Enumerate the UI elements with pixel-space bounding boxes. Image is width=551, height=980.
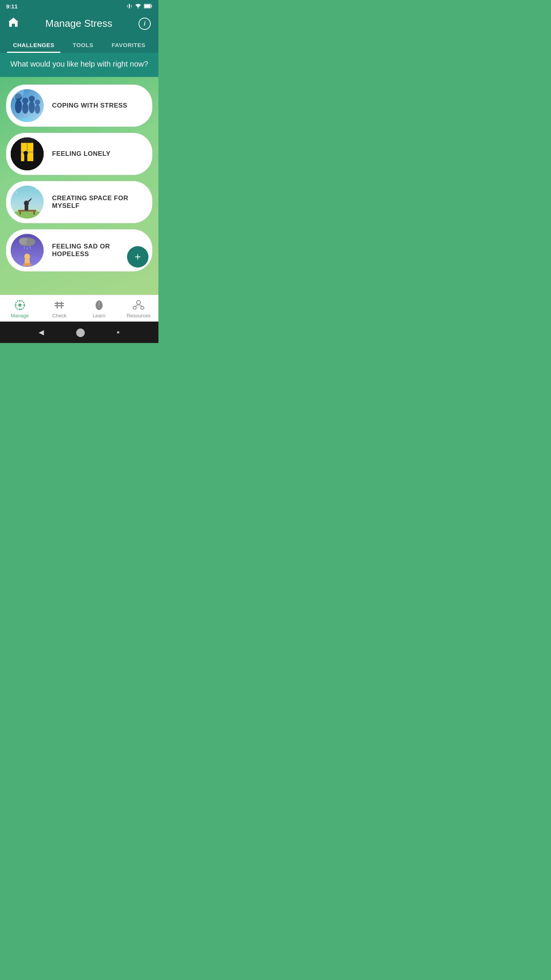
fab-button[interactable]: +: [127, 246, 148, 268]
resources-icon: [132, 299, 145, 311]
learn-icon: [93, 299, 105, 311]
svg-point-52: [15, 304, 16, 306]
svg-rect-1: [127, 5, 127, 8]
coping-illustration: [11, 88, 44, 118]
info-icon[interactable]: i: [139, 18, 151, 30]
tab-favorites[interactable]: FAVORITES: [106, 36, 152, 53]
svg-rect-30: [20, 212, 21, 215]
svg-rect-54: [55, 303, 64, 304]
svg-rect-26: [11, 161, 44, 170]
status-bar: 9:11: [0, 0, 158, 12]
svg-point-10: [22, 103, 28, 114]
svg-rect-2: [131, 5, 132, 8]
card-icon-coping: [10, 88, 44, 123]
space-illustration: [11, 185, 44, 219]
manage-label: Manage: [11, 313, 29, 318]
svg-point-45: [24, 254, 30, 260]
svg-point-62: [141, 306, 144, 309]
svg-point-60: [137, 301, 140, 304]
svg-point-3: [138, 7, 139, 8]
challenge-label-space: CREATING SPACE FOR MYSELF: [52, 194, 145, 210]
svg-rect-56: [57, 302, 58, 305]
tab-tools[interactable]: TOOLS: [67, 36, 99, 53]
svg-point-15: [35, 100, 40, 105]
nav-item-resources[interactable]: Resources: [119, 299, 159, 318]
svg-rect-6: [144, 5, 150, 8]
svg-point-11: [22, 98, 28, 104]
svg-point-61: [133, 306, 136, 309]
svg-point-37: [20, 197, 20, 198]
system-nav: ◀ ⬤ ▪: [0, 322, 158, 343]
svg-point-36: [31, 194, 31, 194]
header: Manage Stress i: [0, 12, 158, 36]
manage-icon: [14, 299, 26, 311]
svg-rect-43: [27, 247, 28, 250]
nav-item-learn[interactable]: Learn: [79, 299, 119, 318]
svg-point-49: [18, 304, 21, 307]
svg-point-35: [36, 189, 37, 190]
battery-icon: [144, 3, 152, 9]
bottom-nav: Manage Check Learn: [0, 295, 158, 322]
page-title: Manage Stress: [46, 18, 112, 29]
resources-label: Resources: [127, 313, 150, 318]
subtitle-text: What would you like help with right now?: [10, 60, 148, 68]
status-icons: [126, 3, 152, 9]
card-icon-space: [10, 185, 44, 219]
svg-point-8: [15, 100, 22, 113]
home-icon[interactable]: [8, 17, 19, 30]
subtitle-bar: What would you like help with right now?: [0, 53, 158, 77]
back-button[interactable]: ◀: [39, 328, 44, 336]
vibrate-icon: [126, 3, 132, 9]
svg-rect-22: [24, 155, 27, 162]
card-icon-sad: [10, 233, 44, 268]
svg-point-13: [29, 96, 35, 102]
challenge-card-lonely[interactable]: FEELING LONELY: [6, 133, 152, 175]
svg-rect-59: [61, 306, 62, 309]
svg-rect-42: [24, 247, 24, 249]
svg-point-51: [19, 309, 21, 310]
tab-challenges[interactable]: CHALLENGES: [7, 36, 60, 53]
svg-point-47: [23, 263, 32, 266]
svg-rect-5: [151, 5, 152, 7]
nav-item-check[interactable]: Check: [40, 299, 80, 318]
card-icon-lonely: [10, 137, 44, 171]
challenge-card-space[interactable]: CREATING SPACE FOR MYSELF: [6, 181, 152, 223]
svg-point-14: [35, 105, 40, 114]
svg-rect-0: [129, 4, 130, 8]
wifi-icon: [135, 3, 142, 9]
svg-point-34: [16, 192, 17, 193]
check-label: Check: [52, 313, 67, 318]
challenge-label-lonely: FEELING LONELY: [52, 150, 111, 158]
sad-illustration: [11, 233, 44, 268]
svg-point-50: [19, 300, 21, 302]
challenge-label-coping: COPING WITH STRESS: [52, 102, 127, 109]
svg-rect-32: [24, 205, 28, 211]
nav-item-manage[interactable]: Manage: [0, 299, 40, 318]
home-button[interactable]: ⬤: [76, 327, 85, 337]
svg-rect-55: [55, 305, 64, 306]
svg-rect-58: [57, 306, 58, 309]
challenge-card-sad[interactable]: FEELING SAD OR HOPELESS +: [6, 229, 152, 271]
challenge-card-coping[interactable]: COPING WITH STRESS: [6, 85, 152, 127]
svg-line-63: [135, 304, 139, 306]
status-time: 9:11: [6, 3, 18, 10]
lonely-illustration: [11, 137, 44, 171]
svg-point-12: [29, 101, 35, 113]
svg-point-41: [26, 238, 35, 245]
svg-point-23: [23, 151, 28, 155]
svg-point-53: [23, 304, 25, 306]
content-area: COPING WITH STRESS: [0, 77, 158, 295]
check-icon: [53, 299, 65, 311]
svg-line-64: [139, 304, 142, 306]
svg-rect-31: [33, 212, 35, 215]
svg-rect-57: [61, 302, 62, 305]
recent-button[interactable]: ▪: [117, 327, 120, 337]
learn-label: Learn: [93, 313, 105, 318]
tabs-container: CHALLENGES TOOLS FAVORITES: [0, 36, 158, 53]
svg-rect-44: [30, 246, 31, 248]
